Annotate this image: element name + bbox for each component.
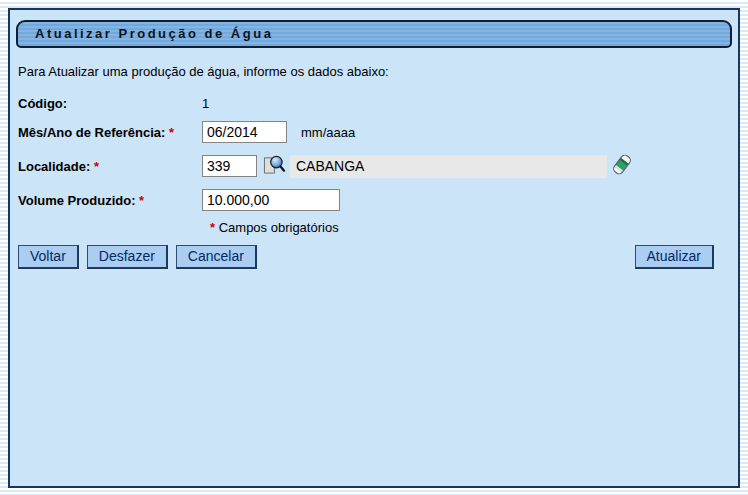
cancelar-button[interactable]: Cancelar (176, 245, 257, 269)
localidade-code-input[interactable] (202, 155, 257, 177)
localidade-row: Localidade: * (18, 152, 730, 180)
mes-ano-label-text: Mês/Ano de Referência: (18, 125, 165, 140)
required-asterisk: * (94, 159, 99, 174)
atualizar-button[interactable]: Atualizar (635, 245, 714, 269)
page-title-label: Atualizar Produção de Água (35, 26, 273, 41)
localidade-search-button[interactable] (262, 154, 286, 178)
required-asterisk: * (210, 220, 215, 235)
required-note-text: Campos obrigatórios (219, 220, 339, 235)
localidade-label-text: Localidade: (18, 159, 90, 174)
localidade-name-field: CABANGA (290, 155, 607, 178)
volume-label-text: Volume Produzido: (18, 193, 135, 208)
mes-ano-row: Mês/Ano de Referência: * mm/aaaa (18, 120, 730, 144)
volume-row: Volume Produzido: * (18, 188, 730, 212)
required-asterisk: * (169, 125, 174, 140)
mes-ano-label: Mês/Ano de Referência: * (18, 125, 202, 140)
volume-input[interactable] (202, 189, 340, 211)
required-asterisk: * (139, 193, 144, 208)
localidade-label: Localidade: * (18, 159, 202, 174)
page-title: Atualizar Produção de Água (16, 20, 732, 48)
volume-label: Volume Produzido: * (18, 193, 202, 208)
form-content: Para Atualizar uma produção de água, inf… (10, 64, 738, 269)
localidade-clear-button[interactable] (612, 152, 632, 180)
desfazer-button[interactable]: Desfazer (87, 245, 168, 269)
buttons-row: Voltar Desfazer Cancelar Atualizar (18, 245, 730, 269)
codigo-row: Código: 1 (18, 91, 730, 115)
required-fields-note: * Campos obrigatórios (210, 220, 730, 235)
page-background: { "header": { "title": "Atualizar Produç… (0, 0, 748, 495)
mes-ano-input[interactable] (202, 121, 287, 143)
codigo-label: Código: (18, 96, 202, 111)
codigo-value: 1 (202, 96, 209, 111)
form-panel: Atualizar Produção de Água Para Atualiza… (8, 8, 740, 488)
search-icon (262, 154, 286, 178)
intro-text: Para Atualizar uma produção de água, inf… (18, 64, 730, 79)
eraser-icon (612, 152, 632, 180)
mes-ano-format-hint: mm/aaaa (301, 125, 355, 140)
voltar-button[interactable]: Voltar (18, 245, 79, 269)
